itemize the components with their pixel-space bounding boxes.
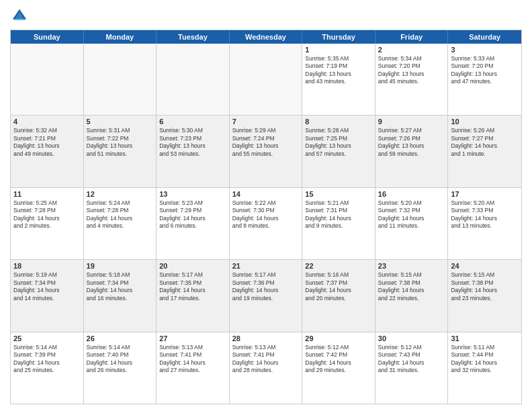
- cell-info-text: Sunrise: 5:23 AM Sunset: 7:29 PM Dayligh…: [159, 199, 226, 230]
- cell-info-text: Sunrise: 5:35 AM Sunset: 7:19 PM Dayligh…: [305, 55, 372, 86]
- cell-info-text: Sunrise: 5:16 AM Sunset: 7:37 PM Dayligh…: [305, 271, 372, 302]
- cell-info-text: Sunrise: 5:14 AM Sunset: 7:39 PM Dayligh…: [13, 344, 81, 375]
- cell-info-text: Sunrise: 5:26 AM Sunset: 7:27 PM Dayligh…: [451, 127, 519, 158]
- day-number: 14: [232, 190, 300, 198]
- calendar-cell-empty: [11, 44, 84, 115]
- cell-info-text: Sunrise: 5:20 AM Sunset: 7:32 PM Dayligh…: [378, 199, 445, 230]
- day-number: 13: [159, 190, 226, 198]
- logo-icon: [10, 7, 29, 26]
- day-number: 1: [305, 46, 372, 54]
- cell-info-text: Sunrise: 5:15 AM Sunset: 7:38 PM Dayligh…: [378, 271, 445, 302]
- cell-info-text: Sunrise: 5:17 AM Sunset: 7:35 PM Dayligh…: [159, 271, 226, 302]
- day-number: 10: [451, 118, 519, 126]
- weekday-header-monday: Monday: [84, 30, 157, 44]
- calendar-cell-empty: [157, 44, 230, 115]
- calendar-cell-day-22: 22Sunrise: 5:16 AM Sunset: 7:37 PM Dayli…: [302, 260, 375, 331]
- day-number: 7: [232, 118, 300, 126]
- day-number: 18: [13, 262, 81, 270]
- day-number: 26: [87, 334, 154, 342]
- calendar-cell-day-5: 5Sunrise: 5:31 AM Sunset: 7:22 PM Daylig…: [84, 116, 157, 187]
- cell-info-text: Sunrise: 5:13 AM Sunset: 7:41 PM Dayligh…: [159, 344, 226, 375]
- day-number: 9: [378, 118, 445, 126]
- calendar-cell-day-11: 11Sunrise: 5:25 AM Sunset: 7:28 PM Dayli…: [11, 188, 84, 259]
- calendar-cell-day-17: 17Sunrise: 5:20 AM Sunset: 7:33 PM Dayli…: [448, 188, 521, 259]
- cell-info-text: Sunrise: 5:33 AM Sunset: 7:20 PM Dayligh…: [451, 55, 519, 86]
- cell-info-text: Sunrise: 5:18 AM Sunset: 7:34 PM Dayligh…: [87, 271, 154, 302]
- cell-info-text: Sunrise: 5:28 AM Sunset: 7:25 PM Dayligh…: [305, 127, 372, 158]
- calendar-row-2: 11Sunrise: 5:25 AM Sunset: 7:28 PM Dayli…: [11, 188, 521, 260]
- day-number: 28: [232, 334, 300, 342]
- day-number: 12: [87, 190, 154, 198]
- calendar-cell-day-20: 20Sunrise: 5:17 AM Sunset: 7:35 PM Dayli…: [157, 260, 230, 331]
- calendar-cell-day-23: 23Sunrise: 5:15 AM Sunset: 7:38 PM Dayli…: [375, 260, 449, 331]
- logo: [10, 7, 32, 26]
- calendar-row-1: 4Sunrise: 5:32 AM Sunset: 7:21 PM Daylig…: [11, 116, 521, 187]
- day-number: 6: [159, 118, 226, 126]
- cell-info-text: Sunrise: 5:30 AM Sunset: 7:23 PM Dayligh…: [159, 127, 226, 158]
- calendar-cell-day-3: 3Sunrise: 5:33 AM Sunset: 7:20 PM Daylig…: [448, 44, 521, 115]
- weekday-header-wednesday: Wednesday: [230, 30, 303, 44]
- cell-info-text: Sunrise: 5:34 AM Sunset: 7:20 PM Dayligh…: [378, 55, 445, 86]
- page: SundayMondayTuesdayWednesdayThursdayFrid…: [0, 0, 532, 411]
- calendar-row-3: 18Sunrise: 5:19 AM Sunset: 7:34 PM Dayli…: [11, 260, 521, 332]
- calendar-header: SundayMondayTuesdayWednesdayThursdayFrid…: [11, 30, 521, 44]
- calendar-cell-day-27: 27Sunrise: 5:13 AM Sunset: 7:41 PM Dayli…: [157, 332, 230, 404]
- weekday-header-tuesday: Tuesday: [157, 30, 230, 44]
- calendar-cell-day-8: 8Sunrise: 5:28 AM Sunset: 7:25 PM Daylig…: [302, 116, 375, 187]
- calendar-cell-empty: [230, 44, 303, 115]
- calendar-row-4: 25Sunrise: 5:14 AM Sunset: 7:39 PM Dayli…: [11, 332, 521, 404]
- day-number: 5: [87, 118, 154, 126]
- calendar-cell-day-28: 28Sunrise: 5:13 AM Sunset: 7:41 PM Dayli…: [230, 332, 303, 404]
- calendar-cell-day-1: 1Sunrise: 5:35 AM Sunset: 7:19 PM Daylig…: [302, 44, 375, 115]
- calendar-cell-day-6: 6Sunrise: 5:30 AM Sunset: 7:23 PM Daylig…: [157, 116, 230, 187]
- calendar-cell-day-16: 16Sunrise: 5:20 AM Sunset: 7:32 PM Dayli…: [375, 188, 449, 259]
- day-number: 24: [451, 262, 519, 270]
- calendar-row-0: 1Sunrise: 5:35 AM Sunset: 7:19 PM Daylig…: [11, 44, 521, 116]
- cell-info-text: Sunrise: 5:19 AM Sunset: 7:34 PM Dayligh…: [13, 271, 81, 302]
- day-number: 2: [378, 46, 445, 54]
- day-number: 19: [87, 262, 154, 270]
- cell-info-text: Sunrise: 5:17 AM Sunset: 7:36 PM Dayligh…: [232, 271, 300, 302]
- day-number: 31: [451, 334, 519, 342]
- cell-info-text: Sunrise: 5:11 AM Sunset: 7:44 PM Dayligh…: [451, 344, 519, 375]
- cell-info-text: Sunrise: 5:14 AM Sunset: 7:40 PM Dayligh…: [87, 344, 154, 375]
- calendar-cell-day-29: 29Sunrise: 5:12 AM Sunset: 7:42 PM Dayli…: [302, 332, 375, 404]
- day-number: 8: [305, 118, 372, 126]
- calendar-cell-empty: [84, 44, 157, 115]
- calendar-cell-day-26: 26Sunrise: 5:14 AM Sunset: 7:40 PM Dayli…: [84, 332, 157, 404]
- day-number: 11: [13, 190, 81, 198]
- header: [10, 7, 522, 26]
- day-number: 20: [159, 262, 226, 270]
- calendar-body: 1Sunrise: 5:35 AM Sunset: 7:19 PM Daylig…: [11, 44, 521, 404]
- day-number: 16: [378, 190, 445, 198]
- calendar: SundayMondayTuesdayWednesdayThursdayFrid…: [10, 30, 522, 404]
- calendar-cell-day-7: 7Sunrise: 5:29 AM Sunset: 7:24 PM Daylig…: [230, 116, 303, 187]
- cell-info-text: Sunrise: 5:15 AM Sunset: 7:38 PM Dayligh…: [451, 271, 519, 302]
- cell-info-text: Sunrise: 5:21 AM Sunset: 7:31 PM Dayligh…: [305, 199, 372, 230]
- day-number: 22: [305, 262, 372, 270]
- weekday-header-sunday: Sunday: [11, 30, 84, 44]
- day-number: 30: [378, 334, 445, 342]
- calendar-cell-day-9: 9Sunrise: 5:27 AM Sunset: 7:26 PM Daylig…: [375, 116, 449, 187]
- calendar-cell-day-10: 10Sunrise: 5:26 AM Sunset: 7:27 PM Dayli…: [448, 116, 521, 187]
- cell-info-text: Sunrise: 5:25 AM Sunset: 7:28 PM Dayligh…: [13, 199, 81, 230]
- day-number: 4: [13, 118, 81, 126]
- cell-info-text: Sunrise: 5:27 AM Sunset: 7:26 PM Dayligh…: [378, 127, 445, 158]
- weekday-header-saturday: Saturday: [448, 30, 521, 44]
- calendar-cell-day-24: 24Sunrise: 5:15 AM Sunset: 7:38 PM Dayli…: [448, 260, 521, 331]
- calendar-cell-day-12: 12Sunrise: 5:24 AM Sunset: 7:28 PM Dayli…: [84, 188, 157, 259]
- cell-info-text: Sunrise: 5:31 AM Sunset: 7:22 PM Dayligh…: [87, 127, 154, 158]
- cell-info-text: Sunrise: 5:22 AM Sunset: 7:30 PM Dayligh…: [232, 199, 300, 230]
- calendar-cell-day-31: 31Sunrise: 5:11 AM Sunset: 7:44 PM Dayli…: [448, 332, 521, 404]
- day-number: 25: [13, 334, 81, 342]
- day-number: 17: [451, 190, 519, 198]
- day-number: 27: [159, 334, 226, 342]
- calendar-cell-day-25: 25Sunrise: 5:14 AM Sunset: 7:39 PM Dayli…: [11, 332, 84, 404]
- cell-info-text: Sunrise: 5:20 AM Sunset: 7:33 PM Dayligh…: [451, 199, 519, 230]
- day-number: 21: [232, 262, 300, 270]
- weekday-header-thursday: Thursday: [302, 30, 375, 44]
- calendar-cell-day-21: 21Sunrise: 5:17 AM Sunset: 7:36 PM Dayli…: [230, 260, 303, 331]
- calendar-cell-day-18: 18Sunrise: 5:19 AM Sunset: 7:34 PM Dayli…: [11, 260, 84, 331]
- cell-info-text: Sunrise: 5:12 AM Sunset: 7:43 PM Dayligh…: [378, 344, 445, 375]
- cell-info-text: Sunrise: 5:13 AM Sunset: 7:41 PM Dayligh…: [232, 344, 300, 375]
